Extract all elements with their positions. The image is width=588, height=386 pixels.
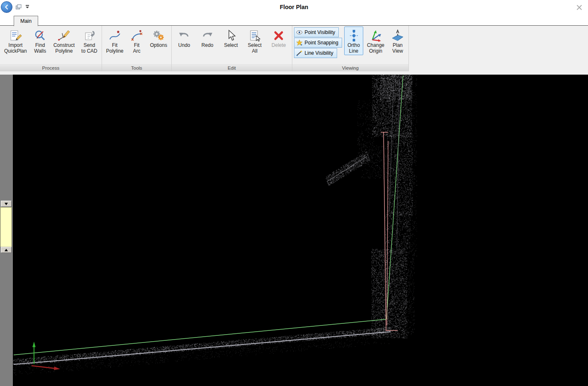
slider-up-button[interactable] [1,247,12,253]
ortho-line-icon [347,29,360,42]
ortho-line-button[interactable]: Ortho Line [344,27,363,55]
button-label: Polyline [106,48,124,54]
button-label: Send [83,42,95,48]
construct-polyline-icon [57,29,70,42]
change-origin-button[interactable]: Change Origin [364,27,387,55]
delete-icon [272,29,285,42]
line-visibility-toggle[interactable]: Line Visibility [294,48,337,58]
slider-down-button[interactable] [1,201,12,207]
button-label: to CAD [81,48,97,54]
toggle-label: Point Visibility [305,29,335,35]
options-icon [152,29,165,42]
button-label: Ortho [347,42,360,48]
button-label: Delete [272,42,286,48]
triangle-up-icon [5,249,8,251]
import-quickplan-button[interactable]: Import QuickPlan [1,27,30,55]
button-label: Fit [134,42,139,48]
toggle-label: Point Snapping [305,40,338,46]
floorplan-viewport [13,75,588,386]
back-button[interactable] [1,1,12,13]
group-label-tools: Tools [102,64,171,71]
plan-view-icon [391,29,404,42]
point-visibility-icon [296,29,303,36]
select-all-icon [248,29,261,42]
select-all-button[interactable]: Select All [245,27,265,55]
window-title: Floor Plan [0,0,588,15]
back-arrow-icon [3,4,10,10]
send-to-cad-icon [83,29,96,42]
titlebar: Floor Plan [0,0,588,15]
button-label: View [392,48,403,54]
construct-polyline-button[interactable]: Construct Polyline [51,27,78,55]
button-label: Redo [202,42,214,48]
button-label: Fit [112,42,117,48]
ribbon-group-edit: Undo Redo [172,26,292,71]
ribbon: Import QuickPlan Find Walls [0,26,588,71]
quick-access-caret-icon[interactable] [26,5,30,9]
button-label: Options [150,42,167,48]
import-quickplan-icon [9,29,22,42]
change-origin-icon [369,29,382,42]
button-label: QuickPlan [4,48,27,54]
button-label: Select [248,42,262,48]
redo-button[interactable]: Redo [198,27,217,49]
toggle-label: Line Visibility [305,50,333,56]
button-label: Select [224,42,238,48]
close-icon [576,5,582,10]
ribbon-group-process: Import QuickPlan Find Walls [0,26,102,71]
undo-icon [177,29,191,42]
button-label: All [252,48,258,54]
delete-button[interactable]: Delete [269,27,289,49]
button-label: Plan [393,42,403,48]
button-label: Import [8,42,22,48]
close-button[interactable] [575,3,584,12]
button-label: Line [349,48,359,54]
select-icon [224,29,238,42]
find-walls-icon [34,29,47,42]
group-label-process: Process [0,64,102,71]
select-button[interactable]: Select [221,27,241,49]
redo-icon [201,29,214,42]
point-visibility-toggle[interactable]: Point Visibility [294,27,339,37]
group-label-edit: Edit [172,64,292,71]
ribbon-tabstrip: Main [0,15,588,26]
options-button[interactable]: Options [147,27,170,49]
button-label: Origin [369,48,382,54]
ribbon-group-tools: Fit Polyline Fit Arc [102,26,172,71]
floor-plan-window: Floor Plan Main [0,0,588,386]
slider-range[interactable] [0,207,12,247]
group-label-viewing: Viewing [292,64,408,71]
elevation-slider [0,75,13,386]
triangle-down-icon [5,203,8,205]
fit-arc-icon [130,29,143,42]
button-label: Undo [178,42,190,48]
point-snapping-toggle[interactable]: Point Snapping [294,38,342,48]
floorplan-viewport-canvas[interactable] [13,75,588,386]
app-window-icon[interactable] [15,4,22,10]
workarea [0,75,588,386]
button-label: Construct [53,42,75,48]
ribbon-group-viewing: Point Visibility Point Snapping [292,26,409,71]
fit-arc-button[interactable]: Fit Arc [127,27,146,55]
line-visibility-icon [296,50,303,56]
fit-polyline-icon [108,29,121,42]
button-label: Polyline [55,48,73,54]
fit-polyline-button[interactable]: Fit Polyline [103,27,126,55]
tab-main[interactable]: Main [14,16,38,26]
button-label: Find [35,42,45,48]
find-walls-button[interactable]: Find Walls [31,27,50,55]
plan-view-button[interactable]: Plan View [388,27,407,55]
undo-button[interactable]: Undo [175,27,194,49]
button-label: Walls [34,48,46,54]
button-label: Change [367,42,384,48]
point-snapping-icon [296,39,303,46]
send-to-cad-button[interactable]: Send to CAD [78,27,100,55]
button-label: Arc [133,48,141,54]
viewing-toggle-column: Point Visibility Point Snapping [293,27,344,58]
